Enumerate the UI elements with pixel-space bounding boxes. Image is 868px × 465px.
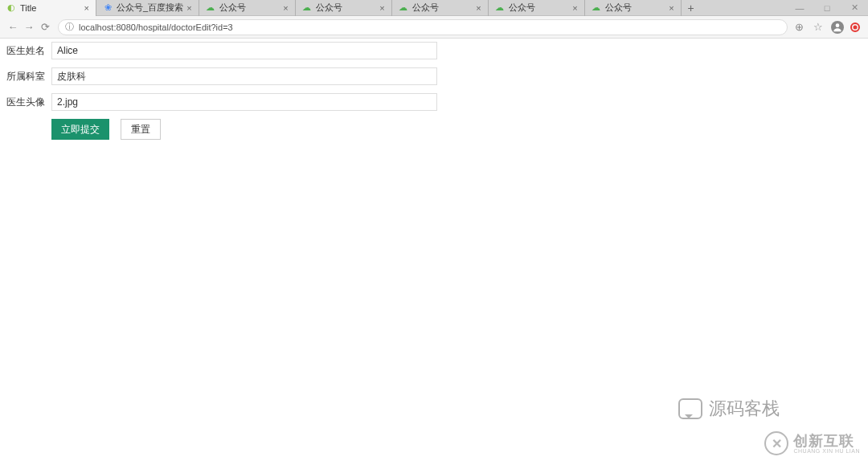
browser-tab[interactable]: ◐ Title × (0, 0, 96, 16)
submit-button[interactable]: 立即提交 (51, 119, 109, 140)
tab-title: 公众号 (219, 2, 280, 14)
baidu-icon: ❀ (103, 3, 113, 13)
cloud-icon: ☁ (206, 3, 215, 13)
bookmark-icon[interactable]: ☆ (812, 21, 825, 34)
zoom-icon[interactable]: ⊕ (792, 21, 805, 34)
profile-icon[interactable] (831, 21, 844, 34)
window-controls: — □ ✕ (786, 0, 868, 16)
watermark-logo: ✕ 创新互联 CHUANG XIN HU LIAN (764, 431, 860, 455)
watermark-chat-text: 源码客栈 (709, 397, 780, 421)
close-icon[interactable]: × (572, 3, 577, 13)
avatar-label: 医生头像 (6, 96, 51, 109)
logo-text: 创新互联 CHUANG XIN HU LIAN (793, 434, 860, 454)
tab-title: 公众号 (316, 2, 377, 14)
browser-tab[interactable]: ❀ 公众号_百度搜索 × (96, 0, 199, 16)
form-row-avatar: 医生头像 (6, 93, 862, 111)
browser-tab-strip: ◐ Title × ❀ 公众号_百度搜索 × ☁ 公众号 × ☁ 公众号 × ☁… (0, 0, 868, 16)
page-content: 医生姓名 所属科室 医生头像 立即提交 重置 (0, 39, 868, 143)
svg-point-0 (836, 23, 840, 27)
close-icon[interactable]: × (476, 3, 481, 13)
tab-title: Title (20, 3, 81, 13)
tab-title: 公众号 (509, 2, 570, 14)
form-row-dept: 所属科室 (6, 67, 862, 85)
form-row-name: 医生姓名 (6, 42, 862, 59)
cloud-icon: ☁ (495, 3, 505, 13)
leaf-icon: ◐ (6, 3, 16, 13)
logo-mark-icon: ✕ (764, 431, 788, 455)
reset-button[interactable]: 重置 (121, 119, 161, 140)
logo-sub-text: CHUANG XIN HU LIAN (793, 448, 860, 454)
close-icon[interactable]: × (186, 3, 191, 13)
browser-tab[interactable]: ☁ 公众号 × (199, 0, 296, 16)
speech-bubble-icon (678, 398, 702, 419)
cloud-icon: ☁ (399, 3, 408, 13)
watermark-chat: 源码客栈 (678, 397, 780, 421)
cloud-icon: ☁ (592, 3, 601, 13)
tab-title: 公众号 (412, 2, 473, 14)
tab-title: 公众号_百度搜索 (117, 2, 183, 14)
browser-tab[interactable]: ☁ 公众号 × (489, 0, 585, 16)
close-window-button[interactable]: ✕ (841, 0, 868, 16)
back-button[interactable]: ← (5, 19, 21, 35)
tab-title: 公众号 (605, 2, 666, 14)
new-tab-button[interactable]: + (682, 2, 701, 14)
department-input[interactable] (51, 67, 437, 85)
url-text: localhost:8080/hospital/doctorEdit?id=3 (79, 22, 233, 32)
logo-main-text: 创新互联 (793, 434, 860, 448)
cloud-icon: ☁ (302, 3, 312, 13)
toolbar-right: ⊕ ☆ (792, 21, 863, 34)
close-icon[interactable]: × (84, 3, 89, 13)
form-actions: 立即提交 重置 (6, 119, 862, 140)
dept-label: 所属科室 (6, 70, 51, 84)
info-icon: ⓘ (65, 21, 74, 33)
avatar-input[interactable] (51, 93, 437, 111)
close-icon[interactable]: × (283, 3, 288, 13)
browser-tab[interactable]: ☁ 公众号 × (392, 0, 489, 16)
url-input[interactable]: ⓘ localhost:8080/hospital/doctorEdit?id=… (58, 19, 788, 35)
close-icon[interactable]: × (379, 3, 384, 13)
browser-tab[interactable]: ☁ 公众号 × (585, 0, 682, 16)
doctor-name-input[interactable] (51, 42, 437, 59)
minimize-button[interactable]: — (786, 0, 813, 16)
reload-button[interactable]: ⟳ (37, 19, 53, 35)
browser-tab[interactable]: ☁ 公众号 × (296, 0, 392, 16)
close-icon[interactable]: × (669, 3, 674, 13)
name-label: 医生姓名 (6, 44, 51, 58)
extension-icon[interactable] (850, 22, 860, 32)
address-bar: ← → ⟳ ⓘ localhost:8080/hospital/doctorEd… (0, 16, 868, 39)
maximize-button[interactable]: □ (813, 0, 841, 16)
forward-button[interactable]: → (21, 19, 37, 35)
